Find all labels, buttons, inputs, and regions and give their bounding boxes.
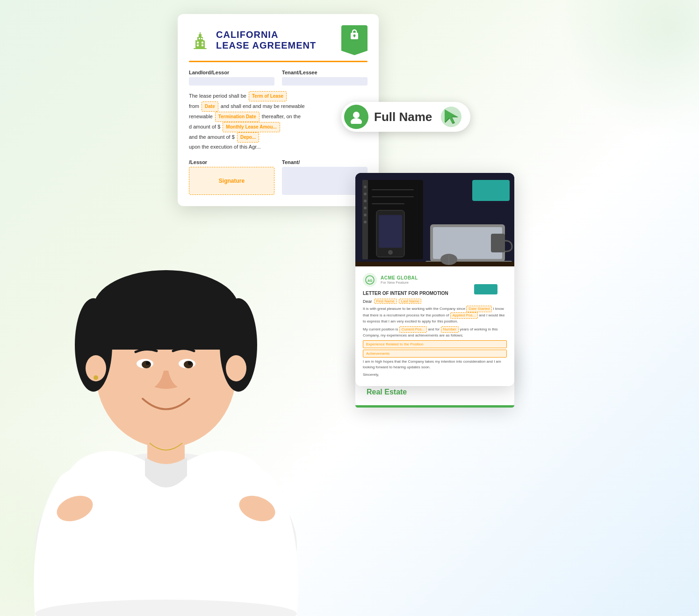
body-pre-termination: renewable <box>189 114 214 119</box>
date-started-field[interactable]: Date Started <box>466 306 492 312</box>
svg-point-57 <box>388 250 393 255</box>
current-position-field[interactable]: Current Pos... <box>399 326 427 333</box>
lease-title: CALIFORNIA LEASE AGREEMENT <box>216 29 316 51</box>
body-text-6: and the amount of $ <box>189 134 235 140</box>
tenant-input[interactable] <box>282 77 368 86</box>
letter-sincerely: Sincerely, <box>363 372 507 378</box>
top-decoration <box>559 0 699 140</box>
applied-position-field[interactable]: Applied Pos... <box>450 312 478 319</box>
svg-point-46 <box>364 186 367 188</box>
body-text-5: d amount of $ <box>189 124 220 129</box>
svg-rect-28 <box>201 38 202 39</box>
svg-rect-33 <box>201 40 202 42</box>
lease-title-line2: LEASE AGREEMENT <box>216 40 316 51</box>
last-name-field[interactable]: Last Name <box>399 299 422 304</box>
lessor-label: /Lessor <box>189 159 274 165</box>
lease-signature-row: /Lessor Signature Tenant/ <box>189 159 368 195</box>
company-info: ACME GLOBAL For New Feature <box>381 275 418 285</box>
fullname-text: Full Name <box>374 110 432 124</box>
company-logo: AG <box>363 273 377 287</box>
body-text-2: from <box>189 103 199 109</box>
deposit-field[interactable]: Depo... <box>237 132 259 143</box>
svg-rect-6 <box>94 303 238 350</box>
tenant-label2: Tenant/ <box>282 159 368 165</box>
svg-rect-22 <box>200 32 201 35</box>
signature-label: Signature <box>219 178 245 184</box>
landlord-label: Landlord/Lessor <box>189 70 274 75</box>
letter-dear-line: Dear First Name Last Name <box>363 299 507 304</box>
lessor-signature-group: /Lessor Signature <box>189 159 274 195</box>
svg-point-48 <box>364 200 367 202</box>
monthly-lease-field[interactable]: Monthly Lease Amou... <box>223 122 280 132</box>
cursor-icon <box>440 105 463 129</box>
svg-rect-53 <box>372 196 414 197</box>
teal-accent-block <box>474 284 497 294</box>
lease-title-line1: CALIFORNIA <box>216 29 316 40</box>
template-card-category: Real Estate <box>367 388 503 396</box>
svg-point-12 <box>188 361 192 365</box>
company-row: AG ACME GLOBAL For New Feature <box>363 273 507 287</box>
svg-rect-63 <box>355 262 514 266</box>
body-text-3: and shall end and may be renewable <box>221 103 305 109</box>
document-lock-icon <box>348 29 361 45</box>
landlord-input[interactable] <box>189 77 274 86</box>
svg-rect-34 <box>203 40 204 42</box>
svg-rect-54 <box>372 203 404 204</box>
svg-point-39 <box>351 118 362 124</box>
term-of-lease-field[interactable]: Term of Lease <box>249 91 287 101</box>
company-name: ACME GLOBAL <box>381 275 418 280</box>
body-text-7: upon the execution of this Agr... <box>189 144 261 150</box>
first-name-field[interactable]: First Name <box>374 299 397 304</box>
letter-para-3: I am in high hopes that the Company take… <box>363 359 507 370</box>
building-icon <box>189 28 211 53</box>
svg-point-51 <box>364 221 367 223</box>
fullname-avatar <box>344 105 368 129</box>
svg-rect-37 <box>354 36 355 37</box>
svg-rect-58 <box>472 180 510 201</box>
lease-body-text: The lease period shall be Term of Lease … <box>189 91 368 152</box>
tenant-signature-box[interactable] <box>282 167 368 195</box>
svg-rect-24 <box>202 42 203 43</box>
svg-point-50 <box>364 214 367 216</box>
svg-text:AG: AG <box>368 279 373 282</box>
letter-para-2: My current position is Current Pos... an… <box>363 326 507 338</box>
fullname-popup: Full Name <box>341 102 470 132</box>
lease-badge <box>341 25 368 55</box>
svg-rect-30 <box>195 40 197 42</box>
dear-text: Dear <box>363 299 372 304</box>
svg-rect-26 <box>202 44 203 46</box>
svg-rect-56 <box>379 215 402 248</box>
svg-rect-25 <box>197 44 199 46</box>
letter-para-1: It is with great pleasure to be working … <box>363 306 507 324</box>
experience-field[interactable]: Experience Related to the Position <box>363 340 507 348</box>
svg-point-15 <box>94 375 98 380</box>
lease-parties-row: Landlord/Lessor Tenant/Lessee <box>189 70 368 86</box>
tenant-signature-group: Tenant/ <box>282 159 368 195</box>
number-field[interactable]: Number <box>441 326 459 333</box>
tenant-field-group: Tenant/Lessee <box>282 70 368 86</box>
svg-rect-31 <box>197 40 199 42</box>
date-field[interactable]: Date <box>202 101 218 112</box>
termination-date-field[interactable]: Termination Date <box>215 112 259 122</box>
svg-rect-64 <box>491 234 505 252</box>
lease-divider <box>189 61 368 62</box>
letter-desk-image <box>355 173 514 266</box>
lease-logo-area: CALIFORNIA LEASE AGREEMENT <box>189 28 316 53</box>
svg-point-11 <box>146 361 150 365</box>
svg-rect-45 <box>362 180 368 259</box>
svg-point-47 <box>364 193 367 195</box>
company-tagline: For New Feature <box>381 280 418 285</box>
svg-rect-23 <box>197 42 199 43</box>
lease-card-header: CALIFORNIA LEASE AGREEMENT <box>189 25 368 55</box>
tenant-label: Tenant/Lessee <box>282 70 368 75</box>
landlord-field-group: Landlord/Lessor <box>189 70 274 86</box>
template-card-border-accent <box>355 405 514 408</box>
lessor-signature-box[interactable]: Signature <box>189 167 274 195</box>
letter-content: AG ACME GLOBAL For New Feature LETTER OF… <box>355 266 514 386</box>
svg-point-14 <box>226 355 246 381</box>
body-text-1: The lease period shall be <box>189 93 246 99</box>
letter-of-intent-card: AG ACME GLOBAL For New Feature LETTER OF… <box>355 173 514 386</box>
svg-rect-27 <box>199 38 200 39</box>
svg-rect-32 <box>199 40 201 42</box>
achievements-field[interactable]: Achievements <box>363 350 507 358</box>
